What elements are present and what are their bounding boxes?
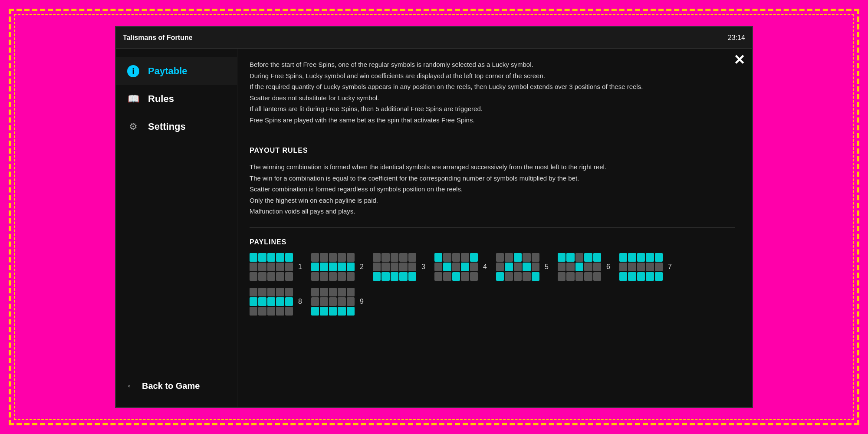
payline-cell [329, 263, 337, 271]
payline-cell [443, 253, 451, 262]
payline-cell [250, 253, 257, 262]
payline-cell [628, 272, 636, 281]
payout-rules-text: The winning combination is formed when t… [250, 161, 735, 228]
payline-cell [575, 253, 583, 262]
window-time: 23:14 [728, 34, 745, 42]
payline-cell [434, 272, 442, 281]
payline-cell [646, 263, 654, 271]
payline-cell [311, 253, 319, 262]
payline-item: 9 [311, 288, 366, 316]
payline-cell [381, 253, 389, 262]
payline-cell [285, 297, 293, 306]
payline-cell [320, 272, 328, 281]
payline-item: 4 [434, 253, 489, 281]
payline-cell [628, 263, 636, 271]
payline-cell [338, 253, 345, 262]
payline-cell [655, 263, 663, 271]
payline-cell [470, 272, 478, 281]
payline-cell [311, 297, 319, 306]
payline-cell [276, 263, 284, 271]
payline-cell [523, 253, 530, 262]
payline-item: 1 [250, 253, 304, 281]
payline-cell [285, 272, 293, 281]
payline-number: 3 [421, 263, 427, 271]
payline-cell [320, 307, 328, 316]
payline-cell [566, 272, 574, 281]
payline-cell [637, 263, 645, 271]
payline-cell [338, 288, 345, 296]
payline-item: 3 [373, 253, 427, 281]
payline-cell [329, 253, 337, 262]
payline-cell [408, 272, 416, 281]
payline-number: 7 [668, 263, 674, 271]
payline-cell [258, 307, 266, 316]
payline-cell [532, 263, 539, 271]
payline-cell [347, 288, 355, 296]
payline-cell [347, 297, 355, 306]
payline-cell [470, 263, 478, 271]
payline-cell [584, 263, 592, 271]
payline-cell [373, 263, 381, 271]
payline-cell [566, 263, 574, 271]
payline-number: 5 [545, 263, 551, 271]
payline-cell [566, 253, 574, 262]
payline-cell [619, 272, 627, 281]
payline-cell [391, 253, 398, 262]
payline-cell [496, 263, 504, 271]
sidebar-label-rules: Rules [148, 93, 174, 105]
payline-cell [267, 288, 275, 296]
payline-cell [381, 272, 389, 281]
sidebar-label-settings: Settings [148, 121, 186, 132]
top-bar: Talismans of Fortune 23:14 [116, 27, 752, 49]
payline-cell [593, 253, 601, 262]
sidebar: i Paytable 📖 Rules ⚙ Settings [116, 49, 237, 407]
content-scroll[interactable]: Before the start of Free Spins, one of t… [237, 49, 752, 407]
payline-cell [628, 253, 636, 262]
payline-cell [655, 253, 663, 262]
payline-grid [496, 253, 539, 281]
payline-cell [311, 288, 319, 296]
payline-cell [276, 297, 284, 306]
main-content: ✕ Before the start of Free Spins, one of… [237, 49, 752, 407]
close-button[interactable]: ✕ [733, 53, 745, 67]
payline-grid [373, 253, 416, 281]
sidebar-item-settings[interactable]: ⚙ Settings [116, 113, 237, 141]
payline-cell [285, 307, 293, 316]
payline-cell [514, 263, 522, 271]
free-spins-text: Before the start of Free Spins, one of t… [250, 59, 735, 136]
payline-cell [637, 272, 645, 281]
payline-cell [461, 263, 469, 271]
payline-cell [575, 263, 583, 271]
payline-cell [408, 253, 416, 262]
payline-cell [250, 288, 257, 296]
back-to-game-label: Back to Game [142, 381, 200, 391]
payline-number: 1 [298, 263, 304, 271]
sidebar-item-paytable[interactable]: i Paytable [116, 57, 237, 85]
payline-cell [311, 307, 319, 316]
payline-cell [637, 253, 645, 262]
payline-cell [267, 263, 275, 271]
info-icon: i [126, 64, 140, 78]
payline-cell [646, 253, 654, 262]
payline-cell [320, 288, 328, 296]
payline-cell [276, 253, 284, 262]
payline-cell [505, 272, 513, 281]
payline-cell [399, 253, 407, 262]
payline-item: 6 [558, 253, 612, 281]
back-to-game-button[interactable]: ← Back to Game [116, 373, 237, 398]
paylines-grid: 123456789 [250, 253, 735, 316]
payline-cell [311, 263, 319, 271]
payline-cell [452, 253, 460, 262]
payline-item: 7 [619, 253, 674, 281]
payline-cell [267, 297, 275, 306]
payline-cell [532, 253, 539, 262]
payline-cell [452, 263, 460, 271]
payline-cell [434, 253, 442, 262]
payline-cell [443, 272, 451, 281]
payline-cell [470, 253, 478, 262]
sidebar-item-rules[interactable]: 📖 Rules [116, 85, 237, 113]
outer-border: Talismans of Fortune 23:14 i Paytable 📖 [9, 9, 859, 425]
payline-cell [258, 263, 266, 271]
payline-grid [558, 253, 601, 281]
payline-cell [267, 272, 275, 281]
